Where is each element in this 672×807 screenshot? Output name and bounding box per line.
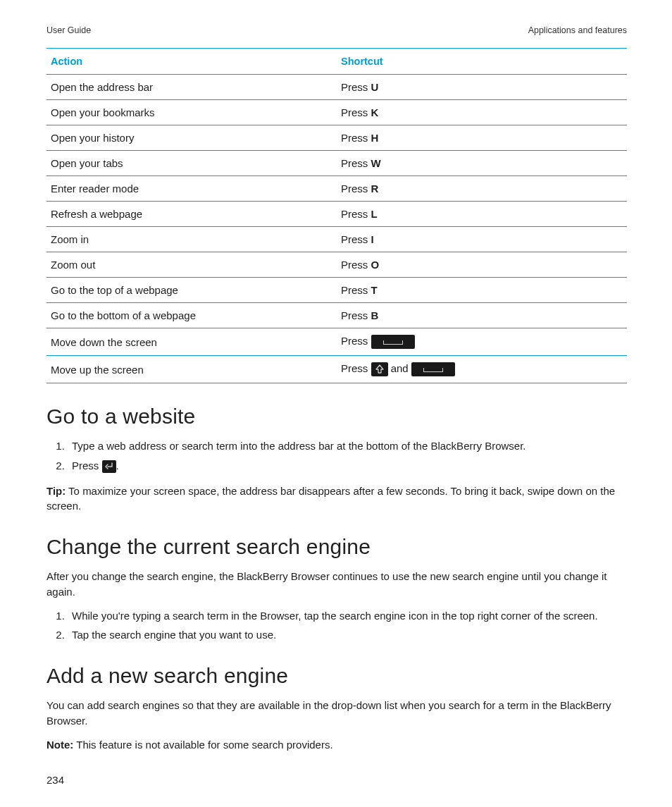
- cell-shortcut: Press W: [337, 151, 627, 176]
- list-item: While you're typing a search term in the…: [68, 608, 627, 624]
- key-letter: R: [371, 183, 379, 195]
- cell-shortcut: Press I: [337, 227, 627, 252]
- key-letter: O: [371, 259, 380, 271]
- note-paragraph: Note: This feature is not available for …: [46, 737, 627, 753]
- cell-action: Zoom out: [46, 252, 337, 278]
- column-header-action: Action: [46, 49, 337, 75]
- heading-change-search-engine: Change the current search engine: [46, 535, 627, 559]
- step-suffix: .: [116, 460, 119, 472]
- cell-action: Go to the top of a webpage: [46, 278, 337, 303]
- cell-action: Refresh a webpage: [46, 202, 337, 227]
- cell-shortcut: Press K: [337, 100, 627, 125]
- cell-shortcut: Press B: [337, 303, 627, 328]
- cell-shortcut: Press O: [337, 252, 627, 278]
- press-prefix: Press: [341, 106, 371, 118]
- press-prefix: Press: [341, 208, 371, 220]
- table-row: Open your tabsPress W: [46, 151, 627, 176]
- tip-label: Tip:: [46, 485, 66, 497]
- list-item: Press .: [68, 458, 627, 474]
- page-header: User Guide Applications and features: [46, 25, 627, 35]
- cell-action: Open your history: [46, 125, 337, 151]
- column-header-shortcut: Shortcut: [337, 49, 627, 75]
- press-prefix: Press: [341, 335, 371, 347]
- press-prefix: Press: [341, 183, 371, 195]
- cell-shortcut: Press T: [337, 278, 627, 303]
- press-prefix: Press: [341, 259, 371, 271]
- table-row: Zoom outPress O: [46, 252, 627, 278]
- cell-action: Enter reader mode: [46, 176, 337, 202]
- note-text: This feature is not available for some s…: [73, 739, 332, 751]
- table-row: Move up the screenPress and: [46, 356, 627, 383]
- cell-action: Zoom in: [46, 227, 337, 252]
- key-letter: B: [371, 309, 379, 321]
- tip-text: To maximize your screen space, the addre…: [46, 485, 615, 512]
- key-letter: I: [371, 233, 374, 245]
- step-text: Press: [72, 460, 99, 472]
- cell-shortcut: Press H: [337, 125, 627, 151]
- press-prefix: Press: [341, 157, 371, 169]
- table-row: Move down the screenPress: [46, 328, 627, 356]
- key-letter: K: [371, 106, 379, 118]
- key-letter: H: [371, 132, 379, 144]
- cell-action: Go to the bottom of a webpage: [46, 303, 337, 328]
- change-search-intro: After you change the search engine, the …: [46, 569, 627, 600]
- key-letter: L: [371, 208, 378, 220]
- table-row: Enter reader modePress R: [46, 176, 627, 202]
- page-number: 234: [46, 774, 64, 786]
- key-letter: T: [371, 284, 378, 296]
- cell-action: Open your bookmarks: [46, 100, 337, 125]
- key-letter: U: [371, 81, 379, 93]
- space-key-icon: [371, 335, 415, 349]
- cell-action: Open your tabs: [46, 151, 337, 176]
- heading-add-search-engine: Add a new search engine: [46, 664, 627, 688]
- press-prefix: Press: [341, 81, 371, 93]
- add-search-intro: You can add search engines so that they …: [46, 698, 627, 729]
- list-item: Type a web address or search term into t…: [68, 438, 627, 454]
- cell-shortcut: Press R: [337, 176, 627, 202]
- press-prefix: Press: [341, 132, 371, 144]
- press-prefix: Press: [341, 284, 371, 296]
- key-letter: W: [371, 157, 381, 169]
- change-search-steps: While you're typing a search term in the…: [46, 608, 627, 643]
- table-row: Refresh a webpagePress L: [46, 202, 627, 227]
- cell-action: Move down the screen: [46, 328, 337, 356]
- enter-key-icon: [102, 460, 116, 473]
- table-row: Zoom inPress I: [46, 227, 627, 252]
- note-label: Note:: [46, 739, 73, 751]
- table-row: Go to the top of a webpagePress T: [46, 278, 627, 303]
- press-prefix: Press: [341, 362, 371, 374]
- press-prefix: Press: [341, 309, 371, 321]
- table-row: Go to the bottom of a webpagePress B: [46, 303, 627, 328]
- and-text: and: [388, 362, 411, 374]
- table-row: Open your historyPress H: [46, 125, 627, 151]
- space-key-icon: [411, 362, 455, 376]
- press-prefix: Press: [341, 233, 371, 245]
- header-right: Applications and features: [528, 25, 627, 35]
- cell-shortcut: Press: [337, 328, 627, 356]
- header-left: User Guide: [46, 25, 91, 35]
- shortcuts-table: Action Shortcut Open the address barPres…: [46, 48, 627, 383]
- cell-action: Open the address bar: [46, 75, 337, 100]
- list-item: Tap the search engine that you want to u…: [68, 627, 627, 643]
- shift-key-icon: [371, 362, 388, 376]
- table-row: Open your bookmarksPress K: [46, 100, 627, 125]
- cell-shortcut: Press L: [337, 202, 627, 227]
- tip-paragraph: Tip: To maximize your screen space, the …: [46, 483, 627, 515]
- heading-go-to-website: Go to a website: [46, 405, 627, 429]
- cell-shortcut: Press and: [337, 356, 627, 383]
- cell-shortcut: Press U: [337, 75, 627, 100]
- table-row: Open the address barPress U: [46, 75, 627, 100]
- cell-action: Move up the screen: [46, 356, 337, 383]
- go-to-website-steps: Type a web address or search term into t…: [46, 438, 627, 474]
